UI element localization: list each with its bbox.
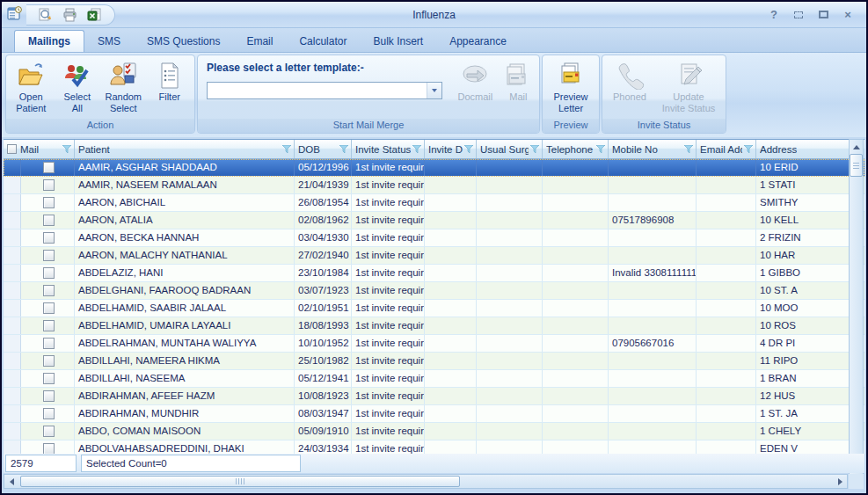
filter-button[interactable]: Filter <box>147 58 193 103</box>
table-row[interactable]: ABDO, COMAN MAISOON05/09/19101st invite … <box>4 423 864 440</box>
scroll-left-button[interactable] <box>4 475 18 488</box>
tab-calculator[interactable]: Calculator <box>286 31 360 52</box>
table-row[interactable]: ABDELGHANI, FAAROOQ BADRAAN03/07/19231st… <box>4 282 864 300</box>
phoned-button[interactable]: Phoned <box>605 58 654 103</box>
mail-checkbox-cell[interactable] <box>21 353 75 369</box>
app-icon[interactable] <box>7 6 23 25</box>
table-row[interactable]: AARON, BECKA HANNAH03/04/19301st invite … <box>4 229 864 247</box>
table-row[interactable]: AAMIR, NASEEM RAMALAAN21/04/19391st invi… <box>4 177 864 194</box>
update-invite-status-button[interactable]: Update Invite Status <box>654 58 723 114</box>
mail-checkbox-cell[interactable] <box>21 159 75 176</box>
filter-funnel-icon[interactable] <box>529 144 539 155</box>
preview-letter-button[interactable]: Preview Letter <box>544 58 597 114</box>
filter-funnel-icon[interactable] <box>281 144 291 155</box>
mail-checkbox-cell[interactable] <box>21 388 75 404</box>
mail-checkbox-cell[interactable] <box>21 247 75 264</box>
tab-appearance[interactable]: Appearance <box>436 31 520 52</box>
table-row[interactable]: AARON, ABICHAIL26/08/19541st invite requ… <box>4 194 864 212</box>
mail-checkbox-cell[interactable] <box>21 177 75 193</box>
mail-checkbox-cell[interactable] <box>21 405 75 422</box>
help-button[interactable]: ? <box>766 8 782 21</box>
table-row[interactable]: ABDILLAHI, NASEEMA05/12/19411st invite r… <box>4 370 864 388</box>
tab-bulk-insert[interactable]: Bulk Insert <box>360 31 436 52</box>
filter-funnel-icon[interactable] <box>61 144 71 155</box>
export-excel-icon[interactable] <box>84 6 104 24</box>
column-header-usual-surgery[interactable]: Usual Surgery <box>477 140 543 158</box>
print-icon[interactable] <box>60 6 79 24</box>
table-row[interactable]: ABDIRAHMAN, MUNDHIR08/03/19471st invite … <box>4 405 864 423</box>
print-preview-icon[interactable] <box>35 6 55 24</box>
mail-checkbox[interactable] <box>43 443 55 454</box>
open-patient-button[interactable]: Open Patient <box>8 58 55 114</box>
tab-sms[interactable]: SMS <box>84 31 134 52</box>
mail-checkbox-cell[interactable] <box>21 300 75 317</box>
table-row[interactable]: ABDIRAHMAN, AFEEF HAZM10/08/19231st invi… <box>4 388 864 405</box>
mail-checkbox[interactable] <box>43 355 55 367</box>
select-all-checkbox[interactable] <box>7 144 17 154</box>
mail-button[interactable]: Mail <box>500 58 537 103</box>
mail-checkbox-cell[interactable] <box>21 335 75 352</box>
column-header-patient[interactable]: Patient <box>75 140 295 158</box>
mail-checkbox-cell[interactable] <box>21 440 75 454</box>
mail-checkbox-cell[interactable] <box>21 265 75 281</box>
tab-mailings[interactable]: Mailings <box>14 30 84 52</box>
mail-checkbox[interactable] <box>43 320 55 331</box>
table-row[interactable]: ABDELRAHMAN, MUNTAHA WALIYYA10/10/19521s… <box>4 335 864 353</box>
mail-checkbox[interactable] <box>43 162 55 173</box>
mail-checkbox[interactable] <box>43 390 55 402</box>
minimize-button[interactable] <box>791 8 806 21</box>
maximize-button[interactable] <box>815 8 831 21</box>
column-header-mobile-no[interactable]: Mobile No <box>609 140 697 158</box>
table-row[interactable]: ABDELHAMID, UMAIRA LAYAALI18/08/19931st … <box>4 317 864 335</box>
mail-checkbox[interactable] <box>43 373 55 384</box>
filter-funnel-icon[interactable] <box>411 144 421 155</box>
table-row[interactable]: AARON, MALACHY NATHANIAL27/02/19401st in… <box>4 247 864 265</box>
table-row[interactable]: AARON, ATALIA02/08/19621st invite requir… <box>4 212 864 229</box>
filter-funnel-icon[interactable] <box>742 144 753 155</box>
mail-checkbox-cell[interactable] <box>21 282 75 299</box>
combobox-dropdown-button[interactable] <box>427 83 441 98</box>
column-header-mail[interactable]: Mail <box>4 140 75 158</box>
table-row[interactable]: ABDELAZIZ, HANI23/10/19841st invite requ… <box>4 265 864 282</box>
docmail-button[interactable]: Docmail <box>451 58 500 103</box>
select-all-button[interactable]: Select All <box>55 58 101 114</box>
close-button[interactable]: × <box>840 8 856 21</box>
scroll-right-button[interactable] <box>833 475 847 488</box>
filter-funnel-icon[interactable] <box>682 144 693 155</box>
mail-checkbox[interactable] <box>43 215 55 226</box>
mail-checkbox[interactable] <box>43 232 55 244</box>
table-row[interactable]: ABDILLAHI, NAMEERA HIKMA25/10/19821st in… <box>4 353 864 370</box>
mail-checkbox[interactable] <box>43 426 55 437</box>
column-header-telephone-no[interactable]: Telephone No <box>543 140 609 158</box>
mail-checkbox-cell[interactable] <box>21 317 75 334</box>
horizontal-scrollbar[interactable] <box>4 474 848 489</box>
mail-checkbox-cell[interactable] <box>21 194 75 211</box>
mail-checkbox[interactable] <box>43 302 55 314</box>
table-row[interactable]: ABDELHAMID, SAABIR JALAAL02/10/19511st i… <box>4 300 864 317</box>
mail-checkbox-cell[interactable] <box>21 370 75 387</box>
table-row[interactable]: AAMIR, ASGHAR SHADDAAD05/12/19961st invi… <box>4 159 864 177</box>
vertical-scroll-thumb[interactable] <box>850 154 863 177</box>
tab-sms-questions[interactable]: SMS Questions <box>134 31 233 52</box>
scroll-up-button[interactable] <box>850 140 863 154</box>
horizontal-scroll-thumb[interactable] <box>20 476 460 487</box>
column-header-dob[interactable]: DOB <box>295 140 352 158</box>
mail-checkbox[interactable] <box>43 267 55 279</box>
mail-checkbox[interactable] <box>43 197 55 208</box>
column-header-email-address[interactable]: Email Address <box>697 140 756 158</box>
mail-checkbox-cell[interactable] <box>21 229 75 246</box>
mail-checkbox[interactable] <box>43 285 55 296</box>
mail-checkbox-cell[interactable] <box>21 423 75 440</box>
table-row[interactable]: ABDOLVAHABSADREDDINI, DHAKI24/03/19341st… <box>4 440 864 454</box>
filter-funnel-icon[interactable] <box>338 144 348 155</box>
vertical-scrollbar[interactable] <box>849 139 864 477</box>
filter-funnel-icon[interactable] <box>594 144 605 155</box>
tab-email[interactable]: Email <box>233 31 286 52</box>
mail-checkbox[interactable] <box>43 338 55 349</box>
letter-template-combobox[interactable] <box>207 82 442 99</box>
column-header-invite-status[interactable]: Invite Status <box>352 140 425 158</box>
random-select-button[interactable]: Random Select <box>100 58 147 114</box>
filter-funnel-icon[interactable] <box>463 144 473 155</box>
mail-checkbox[interactable] <box>43 408 55 419</box>
mail-checkbox-cell[interactable] <box>21 212 75 229</box>
